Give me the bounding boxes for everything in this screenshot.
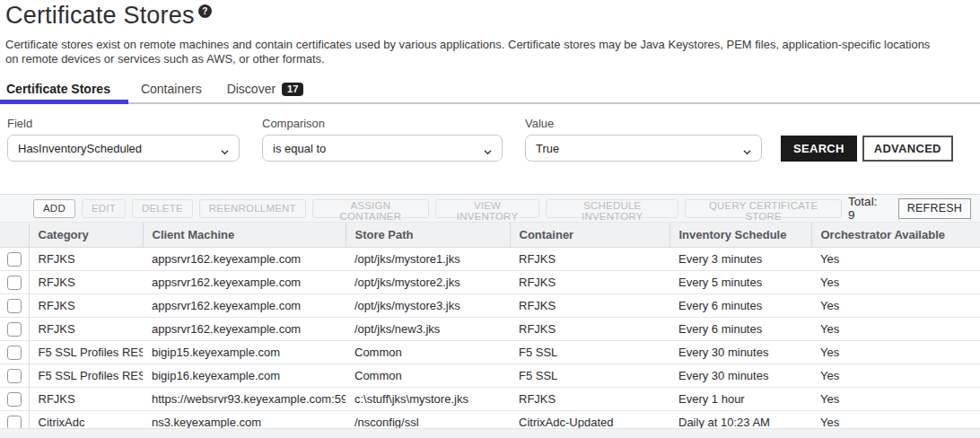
table-row: F5 SSL Profiles RESTbigip15.keyexample.c… bbox=[0, 341, 980, 364]
value-label: Value bbox=[525, 117, 762, 130]
cell-category: RFJKS bbox=[29, 271, 143, 294]
certificate-stores-grid: ADDEDITDELETEREENROLLMENTASSIGN CONTAINE… bbox=[0, 194, 980, 438]
cell-container: RFJKS bbox=[510, 271, 669, 294]
row-checkbox-cell bbox=[0, 318, 29, 341]
row-checkbox[interactable] bbox=[7, 252, 22, 267]
cell-category: F5 SSL Profiles REST bbox=[29, 364, 143, 388]
cell-container: RFJKS bbox=[510, 248, 669, 271]
delete-button: DELETE bbox=[132, 199, 193, 218]
row-checkbox-cell bbox=[0, 388, 29, 411]
tabs: Certificate StoresContainersDiscover17 bbox=[0, 78, 980, 104]
tab-label: Certificate Stores bbox=[6, 82, 110, 96]
add-button[interactable]: ADD bbox=[33, 199, 75, 218]
cell-orchestrator-available: Yes bbox=[811, 271, 980, 294]
column-header-category[interactable]: Category bbox=[29, 223, 143, 248]
row-checkbox-cell bbox=[0, 271, 29, 294]
tab-certificate-stores[interactable]: Certificate Stores bbox=[0, 78, 128, 102]
cell-client-machine: appsrvr162.keyexample.com bbox=[143, 294, 346, 318]
tab-containers[interactable]: Containers bbox=[128, 78, 214, 102]
cell-store-path: Common bbox=[346, 341, 510, 364]
cell-store-path: Common bbox=[346, 364, 510, 388]
cell-container: RFJKS bbox=[510, 294, 669, 318]
cell-inventory-schedule: Every 3 minutes bbox=[669, 248, 811, 271]
cell-store-path: /opt/jks/new3.jks bbox=[346, 318, 510, 341]
cell-category: F5 SSL Profiles REST bbox=[29, 341, 143, 364]
table-row: F5 SSL Profiles RESTbigip16.keyexample.c… bbox=[0, 364, 980, 388]
cell-orchestrator-available: Yes bbox=[811, 364, 980, 388]
row-checkbox-cell bbox=[0, 294, 29, 318]
cell-client-machine: appsrvr162.keyexample.com bbox=[143, 248, 346, 271]
cell-category: RFJKS bbox=[29, 248, 143, 271]
chevron-down-icon bbox=[484, 145, 492, 153]
cell-container: RFJKS bbox=[510, 318, 669, 341]
chevron-down-icon bbox=[221, 145, 229, 153]
comparison-select[interactable]: is equal to bbox=[262, 135, 503, 162]
page-header: Certificate Stores ? Certificate stores … bbox=[0, 0, 980, 66]
cell-orchestrator-available: Yes bbox=[811, 318, 980, 341]
schedule-inventory-button: SCHEDULE INVENTORY bbox=[546, 199, 678, 218]
cell-inventory-schedule: Every 5 minutes bbox=[669, 271, 811, 294]
table-row: RFJKSappsrvr162.keyexample.com/opt/jks/m… bbox=[0, 271, 980, 294]
row-checkbox-cell bbox=[0, 341, 29, 364]
grid-toolbar: ADDEDITDELETEREENROLLMENTASSIGN CONTAINE… bbox=[0, 195, 980, 222]
value-select[interactable]: True bbox=[525, 135, 762, 162]
row-checkbox[interactable] bbox=[7, 299, 22, 313]
cell-orchestrator-available: Yes bbox=[811, 341, 980, 364]
advanced-button[interactable]: ADVANCED bbox=[862, 136, 953, 162]
row-checkbox[interactable] bbox=[7, 392, 22, 407]
cell-inventory-schedule: Every 30 minutes bbox=[669, 364, 811, 388]
view-inventory-button: VIEW INVENTORY bbox=[435, 199, 539, 218]
search-button[interactable]: SEARCH bbox=[781, 136, 857, 162]
row-checkbox-cell bbox=[0, 364, 29, 388]
cell-client-machine: appsrvr162.keyexample.com bbox=[143, 318, 346, 341]
cell-category: RFJKS bbox=[29, 318, 143, 341]
table-header-row: CategoryClient MachineStore PathContaine… bbox=[0, 223, 980, 248]
row-checkbox[interactable] bbox=[7, 322, 22, 337]
row-checkbox[interactable] bbox=[7, 276, 22, 290]
table-body: RFJKSappsrvr162.keyexample.com/opt/jks/m… bbox=[0, 248, 980, 438]
cell-client-machine: bigip15.keyexample.com bbox=[143, 341, 346, 364]
cell-client-machine: appsrvr162.keyexample.com bbox=[143, 271, 346, 294]
cell-inventory-schedule: Every 6 minutes bbox=[669, 294, 811, 318]
refresh-button[interactable]: REFRESH bbox=[898, 198, 971, 219]
cell-store-path: /opt/jks/mystore3.jks bbox=[346, 294, 510, 318]
cell-orchestrator-available: Yes bbox=[811, 294, 980, 318]
table-row: RFJKSappsrvr162.keyexample.com/opt/jks/n… bbox=[0, 318, 980, 341]
cell-store-path: c:\stuff\jks\mystore.jks bbox=[346, 388, 510, 411]
page-description: Certificate stores exist on remote machi… bbox=[5, 38, 944, 66]
cell-client-machine: bigip16.keyexample.com bbox=[143, 364, 346, 388]
value-select-value: True bbox=[536, 142, 559, 155]
field-select-value: HasInventoryScheduled bbox=[18, 142, 142, 155]
row-checkbox[interactable] bbox=[7, 346, 22, 360]
row-checkbox-cell bbox=[0, 248, 29, 271]
footer-band bbox=[0, 428, 980, 438]
tab-label: Discover bbox=[227, 82, 276, 96]
help-icon[interactable]: ? bbox=[198, 4, 212, 18]
cell-store-path: /opt/jks/mystore1.jks bbox=[346, 248, 510, 271]
cell-category: RFJKS bbox=[29, 294, 143, 318]
tab-count-badge: 17 bbox=[282, 83, 303, 96]
edit-button: EDIT bbox=[82, 199, 126, 218]
field-select[interactable]: HasInventoryScheduled bbox=[7, 135, 240, 162]
column-header-container[interactable]: Container bbox=[510, 223, 669, 248]
column-header-store-path[interactable]: Store Path bbox=[346, 223, 510, 248]
reenrollment-button: REENROLLMENT bbox=[199, 199, 306, 218]
cell-inventory-schedule: Every 30 minutes bbox=[669, 341, 811, 364]
field-label: Field bbox=[7, 117, 240, 130]
cell-inventory-schedule: Every 1 hour bbox=[669, 388, 811, 411]
tab-label: Containers bbox=[141, 82, 202, 96]
query-certificate-store-button: QUERY CERTIFICATE STORE bbox=[685, 199, 842, 218]
row-checkbox[interactable] bbox=[7, 369, 22, 383]
page-title: Certificate Stores bbox=[5, 2, 195, 30]
certificate-stores-page: Certificate Stores ? Certificate stores … bbox=[0, 0, 980, 438]
certificate-stores-table: CategoryClient MachineStore PathContaine… bbox=[0, 222, 980, 438]
column-header-orchestrator-available[interactable]: Orchestrator Available bbox=[811, 223, 980, 248]
cell-category: RFJKS bbox=[29, 388, 143, 411]
cell-container: F5 SSL bbox=[510, 341, 669, 364]
column-header-client-machine[interactable]: Client Machine bbox=[143, 223, 346, 248]
cell-client-machine: https://websrvr93.keyexample.com:5986 bbox=[143, 388, 346, 411]
cell-orchestrator-available: Yes bbox=[811, 248, 980, 271]
column-header-inventory-schedule[interactable]: Inventory Schedule bbox=[669, 223, 811, 248]
tab-discover[interactable]: Discover17 bbox=[214, 78, 317, 102]
table-row: RFJKSappsrvr162.keyexample.com/opt/jks/m… bbox=[0, 248, 980, 271]
